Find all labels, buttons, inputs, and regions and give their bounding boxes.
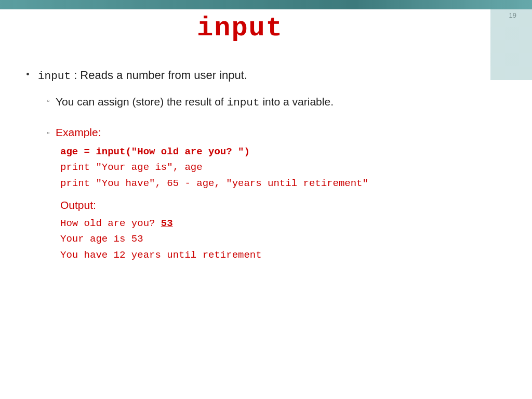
keyword-input-2: input [227, 97, 260, 109]
sub-bullet-list: ▫ You can assign (store) the result of i… [47, 94, 511, 110]
slide-title: input [0, 13, 480, 44]
bullet-suffix-1: : Reads a number from user input. [71, 69, 247, 82]
example-label: Example: [56, 126, 101, 139]
example-header: ▫ Example: [47, 126, 511, 139]
bullet-item-1: • input : Reads a number from user input… [26, 68, 511, 84]
right-accent [490, 0, 532, 399]
sub-text-prefix: You can assign (store) the result of [56, 96, 227, 108]
content-area: • input : Reads a number from user input… [26, 68, 511, 263]
sub-bullet-dot-1: ▫ [47, 97, 49, 105]
keyword-input-1: input [38, 70, 71, 82]
output-block: How old are you? 53 Your age is 53 You h… [60, 216, 511, 263]
example-dot: ▫ [47, 129, 49, 137]
output-line-1: How old are you? 53 [60, 216, 511, 231]
example-section: ▫ Example: age = input("How old are you?… [47, 126, 511, 263]
sub-bullet-text-1: You can assign (store) the result of inp… [56, 94, 334, 110]
output-line-3: You have 12 years until retirement [60, 247, 511, 263]
code-line-3: print "You have", 65 - age, "years until… [60, 176, 511, 191]
output-label: Output: [60, 199, 511, 211]
top-bar [0, 0, 532, 9]
output-line-2: Your age is 53 [60, 231, 511, 247]
code-line-1: age = input("How old are you? ") [60, 144, 511, 159]
bullet-text-1: input : Reads a number from user input. [38, 68, 247, 84]
output-line-1-bold: 53 [161, 218, 173, 229]
sub-text-suffix: into a variable. [260, 96, 334, 108]
code-line-2: print "Your age is", age [60, 159, 511, 175]
output-line-1-prefix: How old are you? [60, 218, 161, 229]
code-block: age = input("How old are you? ") print "… [60, 144, 511, 191]
main-bullet-list: • input : Reads a number from user input… [26, 68, 511, 84]
sub-bullet-item-1: ▫ You can assign (store) the result of i… [47, 94, 511, 110]
bullet-dot-1: • [26, 69, 30, 81]
